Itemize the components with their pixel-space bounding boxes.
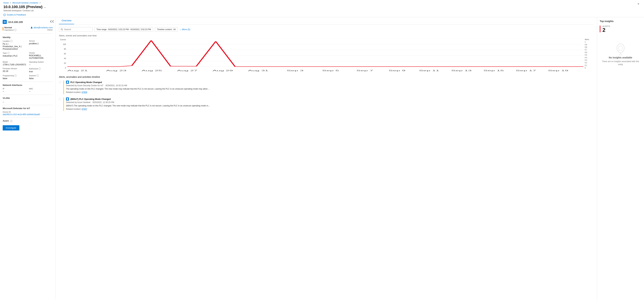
timeline-incident-2: Related incident: 87937 <box>66 108 594 110</box>
event-title-2: (MDIoT) PLC Operating Mode Changed <box>70 98 111 100</box>
shield-icon-1 <box>66 81 68 83</box>
programming-value: false <box>3 77 26 80</box>
svg-text:Sep 5: Sep 5 <box>322 70 339 72</box>
owner-avatar-icon <box>30 26 33 29</box>
page-more-icon[interactable]: ... <box>44 6 46 8</box>
firmware-item: Firmware Version 20.19 <box>3 68 26 73</box>
owner-info: alice@contoso.com Owner <box>30 26 53 31</box>
svg-point-31 <box>619 54 622 55</box>
chart-y-axis-right: Alerts 1 0.9 0.8 0.7 0.6 0.5 0.4 0.3 0.2… <box>584 38 594 72</box>
timeline-radio-1[interactable] <box>59 81 61 83</box>
svg-rect-3 <box>4 22 5 22</box>
no-insights-desc: There are no insights associated with th… <box>600 60 641 66</box>
timeline-title: Alerts, anomalies and activities timelin… <box>59 76 594 78</box>
no-insights-icon <box>614 43 627 56</box>
filters-row: Time range : 8/20/2022, 3:52:23 PM - 9/1… <box>59 27 594 32</box>
no-insights-title: No insights available <box>609 56 632 59</box>
scanner-label: Scanner i <box>29 74 53 77</box>
svg-line-32 <box>618 50 619 52</box>
identity-grid: Location i Fa 1 | Production_line_4 | Pr… <box>3 40 53 80</box>
type-info-icon[interactable]: i <box>7 52 10 54</box>
location-value: Fa 1 | Production_line_4 | ProcessContro… <box>3 42 26 50</box>
owner-label: Owner <box>30 29 53 31</box>
chart-svg: Aug 21 Aug 23 Aug 25 Aug 27 Aug 29 Aug 3… <box>67 38 584 72</box>
chevron-down-icon: ⌄ <box>180 28 181 31</box>
mac-value: -- <box>29 90 53 92</box>
device-id-value[interactable]: dab39013-c310-4e1b-8f5f-cb94b618aa83 <box>3 113 53 116</box>
svg-text:Aug 31: Aug 31 <box>248 70 268 72</box>
search-box[interactable] <box>59 27 92 32</box>
breadcrumb-home[interactable]: Home <box>3 2 9 4</box>
timeline-body-1: PLC Operating Mode Changed Detected by A… <box>66 81 594 94</box>
svg-point-28 <box>617 44 624 52</box>
sensor-item: Sensor prodline.1 <box>29 40 53 50</box>
chip-icon <box>3 20 6 23</box>
network-grid: IP -- MAC -- <box>3 88 53 92</box>
right-panel: Overview Time range : 8/20/2022, 3:52:23… <box>56 17 644 300</box>
scanner-item: Scanner i false <box>29 74 53 80</box>
device-icon <box>3 20 7 24</box>
timeline-indicator-1 <box>63 81 64 94</box>
model-value: 1756-L71/B LOGIX5571 <box>3 63 26 66</box>
svg-text:Sep 19: Sep 19 <box>548 70 568 72</box>
incident-link-1[interactable]: 87858 <box>82 91 87 94</box>
type-item: Type i Industrial | PLC <box>3 52 26 59</box>
incident-link-2[interactable]: 87937 <box>82 108 87 110</box>
location-info-icon[interactable]: i <box>10 40 12 42</box>
svg-line-6 <box>62 30 63 30</box>
svg-point-29 <box>618 46 622 50</box>
more-filters-button[interactable]: ⌄ More (5) <box>180 28 190 31</box>
collapse-panel-button[interactable]: ❮❮ <box>50 20 54 22</box>
scanner-value: false <box>29 77 53 80</box>
vendor-item: Vendor ROCKWELL AUTOMATION <box>29 52 53 59</box>
vlans-section-title: VLANs <box>3 97 53 99</box>
events-line <box>67 40 584 67</box>
divider-2 <box>3 94 53 95</box>
svg-text:?: ? <box>4 14 5 16</box>
sensor-value: prodline.1 <box>29 42 53 45</box>
status-bar <box>3 27 3 30</box>
timeline-shield-2 <box>66 98 69 100</box>
timeline-content-filter[interactable]: Timeline content : All <box>155 27 178 32</box>
main-content: Overview Time range : 8/20/2022, 3:52:23… <box>56 17 597 300</box>
authorized-info-icon[interactable]: i <box>38 68 41 70</box>
importance-info-icon[interactable]: i <box>14 29 16 31</box>
azure-info-icon[interactable]: i <box>10 120 12 122</box>
breadcrumb-sentinel[interactable]: Microsoft Sentinel | Incidents <box>12 2 38 4</box>
guides-feedback-link[interactable]: ? Guides & Feedback <box>3 14 46 16</box>
timeline-shield-1 <box>66 81 69 84</box>
svg-text:Aug 27: Aug 27 <box>177 70 198 72</box>
alerts-label-box: ALERTS 2 <box>602 25 610 33</box>
network-section-title: Network Interfaces <box>3 84 53 86</box>
chart-area: Events 100 80 60 40 20 0 <box>59 38 594 72</box>
device-name: 10.0.100.105 <box>8 20 23 24</box>
main-layout: ❮❮ 10.0.100.105 Normal Importance i <box>0 17 644 300</box>
os-label: Operating System <box>29 61 53 63</box>
owner-name: alice@contoso.com <box>30 26 53 29</box>
timeline-header-1: PLC Operating Mode Changed <box>66 81 594 84</box>
top-bar: Home > Microsoft Sentinel | Incidents > … <box>0 0 644 17</box>
mac-item: MAC -- <box>29 88 53 92</box>
timeline-radio-2[interactable] <box>59 98 61 100</box>
timeline-incident-1: Related incident: 87858 <box>66 91 594 94</box>
close-button[interactable]: × <box>636 2 641 6</box>
breadcrumb-sep2: > <box>40 2 40 4</box>
device-id-group: Device ID dab39013-c310-4e1b-8f5f-cb94b6… <box>3 111 53 116</box>
vlans-value: -- <box>3 101 53 103</box>
sensor-label: Sensor <box>29 40 53 42</box>
timeline-item-2: (MDIoT) PLC Operating Mode Changed Detec… <box>59 98 594 111</box>
scanner-info-icon[interactable]: i <box>36 74 39 77</box>
programming-info-icon[interactable]: i <box>14 74 17 77</box>
time-range-filter[interactable]: Time range : 8/20/2022, 3:52:23 PM - 9/1… <box>94 27 153 32</box>
search-input[interactable] <box>64 28 90 31</box>
model-item: Model 1756-L71/B LOGIX5571 <box>3 61 26 66</box>
mac-label: MAC <box>29 88 53 90</box>
divider-4 <box>3 117 53 118</box>
guides-icon: ? <box>3 14 6 16</box>
alerts-red-bar <box>600 26 600 32</box>
investigate-button[interactable]: Investigate <box>3 125 19 130</box>
alerts-count-box: ALERTS 2 <box>600 25 610 33</box>
identity-section-title: Identity <box>3 36 53 38</box>
tab-overview[interactable]: Overview <box>59 17 74 24</box>
ip-label: IP <box>3 88 26 90</box>
